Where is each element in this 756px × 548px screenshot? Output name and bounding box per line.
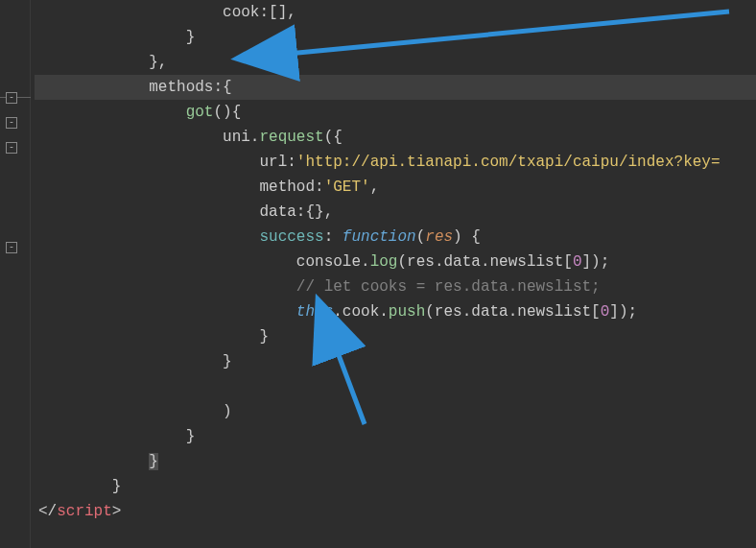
code-token: res [425,228,453,246]
code-line[interactable]: data:{}, [35,200,756,225]
code-token: data [259,203,295,221]
code-token: 'GET' [324,179,370,196]
code-token: 'http://api.tianapi.com/txapi/caipu/inde… [296,154,721,171]
code-token: : [315,179,324,196]
code-token: ) { [453,228,481,246]
code-line[interactable]: }, [35,50,756,75]
fold-marker[interactable]: - [6,117,17,129]
code-token: methods [149,79,213,96]
code-token: } [259,328,269,345]
code-token: 0 [573,253,582,271]
code-line[interactable]: } [35,449,756,474]
code-line[interactable]: got(){ [35,100,756,125]
code-token: request [259,129,323,146]
code-token: this [296,303,333,321]
code-line[interactable]: } [35,324,756,349]
code-line[interactable]: methods:{ [35,75,756,100]
code-token: : [287,154,296,171]
code-line[interactable]: ) [35,399,756,424]
code-token: :{}, [296,203,333,221]
code-token: cook [223,4,259,21]
code-token: // let cooks = res.data.newslist; [296,278,601,296]
code-line[interactable] [35,374,756,399]
code-token: } [186,29,196,46]
fold-marker[interactable]: - [6,92,17,104]
code-line[interactable]: } [35,424,756,449]
fold-marker[interactable]: - [6,242,17,253]
code-line[interactable]: // let cooks = res.data.newslist; [35,274,756,299]
code-line[interactable]: uni.request({ [35,125,756,150]
code-area[interactable]: cook:[], } }, methods:{ got(){ uni.reque… [31,0,756,548]
code-token: : [324,228,343,246]
code-token: , [370,179,380,196]
code-token: ]); [582,253,610,271]
code-token: function [343,228,416,246]
code-line[interactable]: } [35,25,756,50]
code-token: :[], [259,4,295,21]
code-token: method [259,179,315,196]
code-token: ({ [324,129,343,146]
code-token: } [223,353,232,370]
code-token: 0 [601,303,610,321]
code-line[interactable]: } [35,474,756,499]
code-token: } [149,453,158,470]
code-token: (){ [213,104,241,121]
code-token: (res.data.newslist[ [397,253,572,271]
code-token: (res.data.newslist[ [425,303,600,321]
code-line[interactable]: this.cook.push(res.data.newslist[0]); [35,299,756,324]
code-token: > [112,503,122,520]
code-token: ( [416,228,426,246]
code-line[interactable]: } [35,349,756,374]
gutter: ---- [0,0,31,548]
code-token: } [186,428,196,445]
code-line[interactable]: url:'http://api.tianapi.com/txapi/caipu/… [35,150,756,175]
code-token: console. [296,253,370,271]
code-token: got [186,104,214,121]
code-token: script [57,503,112,520]
code-token: ]); [609,303,637,321]
code-token: ) [223,403,232,420]
code-token: success [259,228,323,246]
code-line[interactable]: console.log(res.data.newslist[0]); [35,250,756,274]
code-line[interactable]: cook:[], [35,0,756,25]
code-token: }, [149,54,167,71]
fold-marker[interactable]: - [6,142,17,154]
code-token: push [389,303,425,321]
code-token: url [259,154,287,171]
code-token: </ [38,503,57,520]
code-token: log [370,253,398,271]
code-token: uni. [223,129,259,146]
code-token: .cook. [333,303,389,321]
code-line[interactable]: method:'GET', [35,175,756,200]
code-token: } [112,478,122,495]
code-line[interactable]: </script> [35,499,756,524]
code-line[interactable]: success: function(res) { [35,225,756,250]
code-editor[interactable]: ---- cook:[], } }, methods:{ got(){ uni.… [0,0,756,548]
code-token: :{ [213,79,231,96]
